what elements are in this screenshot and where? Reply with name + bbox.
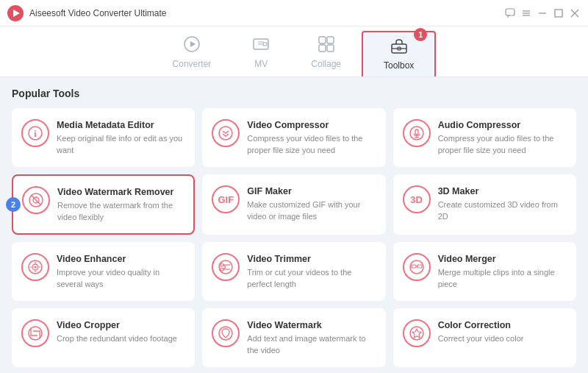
3d-maker-desc: Create customized 3D video from 2D — [438, 199, 567, 222]
menu-icon[interactable] — [520, 7, 532, 19]
svg-rect-13 — [263, 43, 267, 46]
media-metadata-editor-title: Media Metadata Editor — [57, 119, 185, 131]
nav-tabs: Converter MV Collage 1 — [0, 26, 588, 77]
tool-video-compressor[interactable]: Video Compressor Compress your video fil… — [202, 108, 385, 167]
chat-icon[interactable] — [504, 7, 516, 19]
tools-grid: i Media Metadata Editor Keep original fi… — [12, 108, 576, 367]
converter-icon — [183, 35, 201, 57]
svg-point-33 — [35, 266, 37, 269]
tool-media-metadata-editor[interactable]: i Media Metadata Editor Keep original fi… — [12, 108, 195, 167]
tool-video-cropper[interactable]: Video Cropper Crop the redundant video f… — [12, 308, 195, 367]
tab-toolbox[interactable]: 1 Toolbox — [362, 31, 436, 77]
video-watermark-remover-text: Video Watermark Remover Remove the water… — [57, 186, 184, 223]
mv-icon — [252, 35, 270, 57]
tool-video-watermark[interactable]: Video Watermark Add text and image water… — [202, 308, 385, 367]
tab-converter[interactable]: Converter — [152, 31, 232, 77]
video-watermark-remover-title: Video Watermark Remover — [57, 186, 184, 198]
tab-converter-label: Converter — [173, 59, 212, 69]
video-compressor-text: Video Compressor Compress your video fil… — [247, 119, 376, 156]
video-watermark-desc: Add text and image watermark to the vide… — [247, 333, 376, 356]
video-watermark-title: Video Watermark — [247, 319, 376, 331]
svg-text:i: i — [34, 129, 37, 139]
audio-compressor-text: Audio Compressor Compress your audio fil… — [438, 119, 567, 156]
3d-maker-title: 3D Maker — [438, 185, 567, 197]
svg-rect-2 — [506, 9, 514, 15]
video-watermark-text: Video Watermark Add text and image water… — [247, 319, 376, 356]
video-enhancer-icon — [21, 253, 49, 281]
3d-maker-icon: 3D — [403, 185, 431, 213]
video-merger-title: Video Merger — [438, 253, 567, 265]
close-icon[interactable] — [569, 7, 581, 19]
color-correction-text: Color Correction Correct your video colo… — [438, 319, 567, 345]
main-content: Popular Tools i Media Metadata Editor Ke… — [0, 77, 588, 373]
tab-toolbox-label: Toolbox — [384, 60, 414, 71]
tool-video-trimmer[interactable]: Video Trimmer Trim or cut your videos to… — [202, 242, 385, 301]
video-watermark-remover-icon — [22, 186, 50, 214]
tool-video-enhancer[interactable]: Video Enhancer Improve your video qualit… — [12, 242, 195, 301]
media-metadata-editor-desc: Keep original file info or edit as you w… — [57, 133, 185, 156]
video-watermark-icon — [212, 319, 240, 347]
tab-collage[interactable]: Collage — [290, 31, 362, 77]
svg-point-40 — [220, 268, 223, 271]
title-bar: Aiseesoft Video Converter Ultimate — [0, 0, 588, 26]
video-compressor-title: Video Compressor — [247, 119, 376, 131]
svg-rect-47 — [417, 265, 422, 268]
video-merger-desc: Merge multiple clips into a single piece — [438, 267, 567, 290]
tab-mv[interactable]: MV — [232, 31, 290, 77]
video-enhancer-desc: Improve your video quality in several wa… — [57, 267, 185, 290]
color-correction-desc: Correct your video color — [438, 333, 567, 344]
tool-3d-maker[interactable]: 3D 3D Maker Create customized 3D video f… — [393, 174, 576, 235]
gif-maker-text: GIF Maker Make customized GIF with your … — [247, 185, 376, 222]
color-correction-icon — [403, 319, 431, 347]
tool-video-watermark-remover[interactable]: 2 Video Watermark Remover Remove the wat… — [12, 174, 195, 235]
svg-rect-14 — [319, 37, 326, 43]
video-trimmer-title: Video Trimmer — [247, 253, 376, 265]
video-merger-icon — [403, 253, 431, 281]
video-trimmer-icon — [212, 253, 240, 281]
audio-compressor-desc: Compress your audio files to the proper … — [438, 133, 567, 156]
video-cropper-text: Video Cropper Crop the redundant video f… — [57, 319, 185, 345]
media-metadata-editor-icon: i — [21, 119, 49, 147]
video-cropper-title: Video Cropper — [57, 319, 185, 331]
gif-maker-desc: Make customized GIF with your video or i… — [247, 199, 376, 222]
video-trimmer-text: Video Trimmer Trim or cut your videos to… — [247, 253, 376, 290]
3d-maker-text: 3D Maker Create customized 3D video from… — [438, 185, 567, 222]
audio-compressor-title: Audio Compressor — [438, 119, 567, 131]
svg-marker-11 — [190, 41, 196, 47]
video-enhancer-title: Video Enhancer — [57, 253, 185, 265]
svg-point-39 — [220, 263, 223, 266]
watermark-remover-badge: 2 — [6, 197, 21, 212]
color-correction-title: Color Correction — [438, 319, 567, 331]
svg-point-45 — [410, 260, 423, 274]
video-merger-text: Video Merger Merge multiple clips into a… — [438, 253, 567, 290]
window-controls — [504, 7, 581, 19]
tab-mv-label: MV — [254, 59, 268, 69]
section-title: Popular Tools — [12, 88, 576, 99]
gif-maker-icon: GIF — [212, 185, 240, 213]
svg-rect-46 — [412, 265, 416, 268]
minimize-icon[interactable] — [537, 7, 548, 19]
tool-audio-compressor[interactable]: Audio Compressor Compress your audio fil… — [393, 108, 576, 167]
svg-rect-17 — [327, 45, 334, 51]
collage-icon — [318, 35, 335, 57]
video-cropper-desc: Crop the redundant video footage — [57, 333, 185, 344]
svg-rect-25 — [415, 129, 418, 135]
video-trimmer-desc: Trim or cut your videos to the perfect l… — [247, 267, 376, 290]
media-metadata-editor-text: Media Metadata Editor Keep original file… — [57, 119, 185, 156]
tool-color-correction[interactable]: Color Correction Correct your video colo… — [393, 308, 576, 367]
gif-maker-title: GIF Maker — [247, 185, 376, 197]
video-compressor-desc: Compress your video files to the proper … — [247, 133, 376, 156]
app-title: Aiseesoft Video Converter Ultimate — [29, 8, 504, 18]
tool-gif-maker[interactable]: GIF GIF Maker Make customized GIF with y… — [202, 174, 385, 235]
toolbox-icon — [390, 37, 408, 59]
maximize-icon[interactable] — [553, 7, 564, 19]
toolbox-badge: 1 — [414, 28, 427, 41]
tool-video-merger[interactable]: Video Merger Merge multiple clips into a… — [393, 242, 576, 301]
tab-collage-label: Collage — [311, 59, 341, 69]
svg-rect-15 — [327, 37, 334, 43]
svg-rect-7 — [555, 10, 562, 17]
video-compressor-icon — [212, 119, 240, 147]
app-logo — [7, 5, 24, 21]
video-cropper-icon — [21, 319, 49, 347]
video-watermark-remover-desc: Remove the watermark from the video flex… — [57, 200, 184, 223]
